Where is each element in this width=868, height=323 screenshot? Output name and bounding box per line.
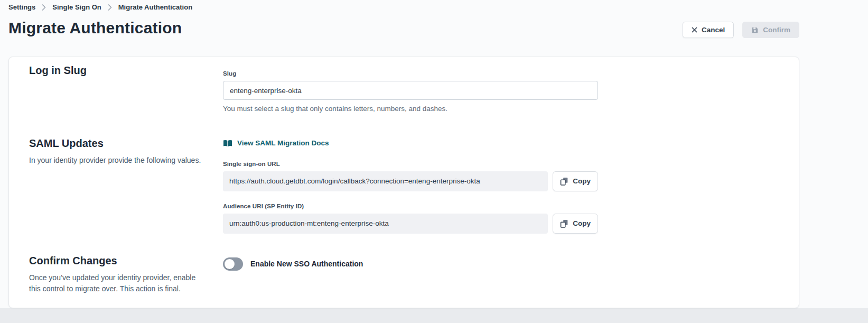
confirm-button[interactable]: Confirm [742, 22, 799, 38]
page-title: Migrate Authentication [8, 19, 182, 37]
enable-sso-toggle-label: Enable New SSO Authentication [250, 260, 363, 268]
section-confirm-changes-right: Enable New SSO Authentication [223, 255, 598, 271]
slug-helper-text: You must select a slug that only contain… [223, 105, 598, 113]
sso-url-block: Single sign-on URL https://auth.cloud.ge… [223, 161, 598, 191]
section-saml-updates-left: SAML Updates In your identity provider p… [29, 137, 223, 167]
section-saml-updates: SAML Updates In your identity provider p… [29, 137, 779, 234]
section-saml-updates-right: View SAML Migration Docs Single sign-on … [223, 137, 598, 234]
enable-sso-toggle[interactable] [223, 257, 243, 271]
saml-updates-heading: SAML Updates [29, 137, 207, 150]
view-saml-migration-docs-link[interactable]: View SAML Migration Docs [223, 139, 329, 147]
confirm-button-label: Confirm [763, 26, 790, 34]
breadcrumb-migrate-authentication: Migrate Authentication [118, 3, 192, 11]
confirm-changes-description: Once you’ve updated your identity provid… [29, 272, 207, 295]
slug-input[interactable] [223, 81, 598, 100]
cancel-button-label: Cancel [702, 26, 725, 34]
breadcrumb-single-sign-on[interactable]: Single Sign On [52, 3, 101, 11]
header-actions: Cancel Confirm [683, 22, 799, 38]
audience-uri-label: Audience URI (SP Entity ID) [223, 203, 598, 209]
section-confirm-changes: Confirm Changes Once you’ve updated your… [29, 255, 779, 295]
open-book-icon [223, 140, 232, 147]
login-slug-heading: Log in Slug [29, 64, 207, 77]
migrate-authentication-card: Log in Slug Slug You must select a slug … [8, 57, 799, 308]
sso-url-field: https://auth.cloud.getdbt.com/login/call… [223, 171, 548, 191]
x-icon [692, 27, 697, 33]
section-confirm-changes-left: Confirm Changes Once you’ve updated your… [29, 255, 223, 295]
section-login-slug-right: Slug You must select a slug that only co… [223, 64, 598, 113]
audience-uri-block: Audience URI (SP Entity ID) urn:auth0:us… [223, 203, 598, 234]
confirm-changes-heading: Confirm Changes [29, 255, 207, 267]
cancel-button[interactable]: Cancel [683, 22, 734, 38]
copy-icon [560, 177, 568, 186]
section-login-slug-left: Log in Slug [29, 64, 223, 77]
section-login-slug: Log in Slug Slug You must select a slug … [29, 64, 779, 113]
copy-icon [560, 219, 568, 228]
enable-sso-toggle-row: Enable New SSO Authentication [223, 255, 598, 271]
chevron-right-icon [42, 4, 46, 11]
audience-uri-copy-button[interactable]: Copy [553, 214, 598, 234]
toggle-knob [225, 259, 235, 269]
breadcrumb-settings[interactable]: Settings [8, 3, 35, 11]
save-icon [751, 26, 759, 34]
slug-label: Slug [223, 70, 598, 77]
saml-updates-description: In your identity provider provide the fo… [29, 155, 207, 167]
view-saml-migration-docs-label: View SAML Migration Docs [237, 139, 329, 147]
sso-url-label: Single sign-on URL [223, 161, 598, 167]
breadcrumb: Settings Single Sign On Migrate Authenti… [8, 3, 192, 11]
audience-uri-field: urn:auth0:us-production-mt:enteng-enterp… [223, 214, 548, 234]
chevron-right-icon [108, 4, 112, 11]
audience-uri-copy-label: Copy [573, 219, 591, 227]
sso-url-copy-button[interactable]: Copy [553, 171, 598, 191]
sso-url-copy-label: Copy [573, 177, 591, 185]
